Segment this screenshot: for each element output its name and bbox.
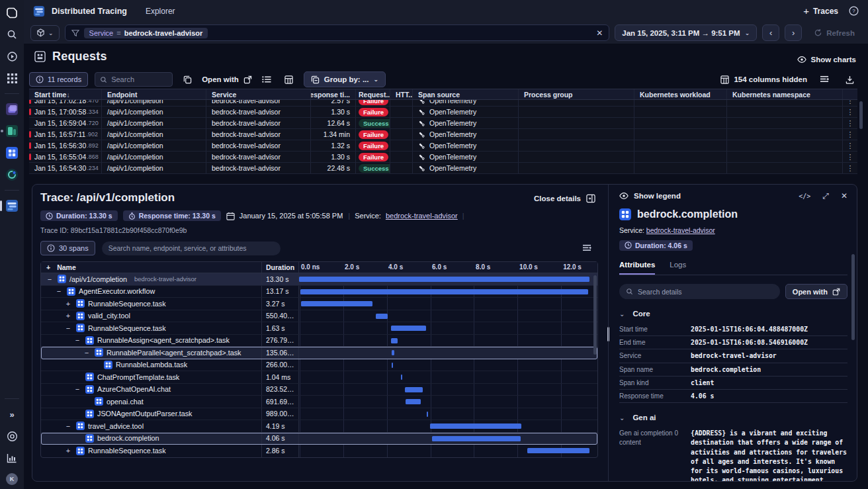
app-notebooks-icon[interactable] bbox=[5, 124, 19, 138]
getting-started-icon[interactable] bbox=[5, 50, 19, 63]
span-tree-row[interactable]: −RunnableSequence.task1.63 s bbox=[41, 322, 597, 335]
waterfall-bar[interactable] bbox=[405, 387, 423, 392]
requests-scrollbar[interactable] bbox=[859, 101, 863, 129]
expand-rail-icon[interactable]: » bbox=[5, 408, 19, 421]
open-with-button[interactable]: Open with bbox=[202, 75, 252, 84]
collapse-toggle[interactable]: − bbox=[54, 287, 64, 295]
span-tree-row[interactable]: +RunnableSequence.task2.86 s bbox=[41, 445, 597, 457]
table-view-icon[interactable] bbox=[281, 72, 297, 87]
collapse-toggle[interactable]: − bbox=[64, 422, 73, 430]
table-row[interactable]: Jan 15, 16:54:30.234/api/v1/completionbe… bbox=[29, 163, 857, 174]
waterfall-bar[interactable] bbox=[527, 448, 589, 453]
waterfall-scrollbar[interactable] bbox=[593, 275, 597, 355]
user-avatar[interactable]: K bbox=[6, 473, 18, 485]
row-actions-kebab[interactable]: ⋮ bbox=[843, 100, 857, 106]
collapse-toggle[interactable]: − bbox=[64, 324, 73, 332]
span-tree-row[interactable]: −/api/v1/completionbedrock-travel-adviso… bbox=[41, 273, 597, 286]
insights-chart-icon[interactable] bbox=[5, 451, 19, 465]
span-tree-row[interactable]: −RunnableParallel<agent_scratchpad>.task… bbox=[41, 347, 597, 359]
show-legend-button[interactable]: Show legend bbox=[619, 191, 681, 200]
copy-icon[interactable] bbox=[179, 72, 195, 87]
waterfall-bar[interactable] bbox=[391, 338, 397, 343]
waterfall-bar[interactable] bbox=[299, 277, 589, 282]
group-by-button[interactable]: Group by: ... ⌄ bbox=[304, 71, 386, 87]
column-header[interactable]: Start time ↓ bbox=[29, 89, 102, 99]
close-panel-icon[interactable]: ✕ bbox=[841, 191, 847, 200]
search-icon[interactable] bbox=[5, 28, 19, 41]
waterfall-bar[interactable] bbox=[406, 399, 421, 404]
expand-panel-icon[interactable]: ⤢ bbox=[822, 191, 829, 200]
dynatrace-logo-icon[interactable] bbox=[5, 6, 19, 19]
download-icon[interactable] bbox=[842, 72, 857, 87]
waterfall-bar[interactable] bbox=[301, 301, 372, 306]
row-actions-kebab[interactable]: ⋮ bbox=[843, 107, 857, 117]
table-row[interactable]: Jan 15, 16:57:11.902/api/v1/completionbe… bbox=[29, 129, 857, 140]
refresh-button[interactable]: Refresh bbox=[807, 24, 861, 41]
requests-search-input[interactable]: Search bbox=[95, 72, 173, 87]
span-columns-settings-icon[interactable] bbox=[582, 244, 591, 252]
row-actions-kebab[interactable]: ⋮ bbox=[843, 140, 857, 151]
spans-search-input[interactable]: Search name, endpoint, service, or attri… bbox=[102, 242, 281, 255]
span-tree-row[interactable]: JSONAgentOutputParser.task989.00… bbox=[41, 408, 597, 421]
records-count-badge[interactable]: 11 records bbox=[29, 72, 88, 87]
table-row[interactable]: Jan 15, 16:55:04.868/api/v1/completionbe… bbox=[29, 152, 857, 163]
apps-grid-icon[interactable] bbox=[5, 71, 19, 85]
timeframe-selector[interactable]: Jan 15, 2025, 3:11 PM → 9:51 PM ⌄ bbox=[615, 24, 757, 41]
app-clouds-icon[interactable] bbox=[5, 168, 19, 181]
details-open-with-button[interactable]: Open with bbox=[785, 284, 847, 299]
column-header[interactable]: Kubernetes workload bbox=[634, 89, 727, 99]
trace-service-link[interactable]: bedrock-travel-advisor bbox=[386, 212, 458, 220]
nav-explorer[interactable]: Explorer bbox=[146, 7, 175, 16]
column-header[interactable]: Endpoint bbox=[102, 89, 206, 99]
timeframe-next-button[interactable]: › bbox=[785, 24, 802, 41]
span-service-link[interactable]: bedrock-travel-advisor bbox=[646, 226, 715, 234]
section-header[interactable]: ⌄Core bbox=[619, 310, 847, 318]
span-tree-row[interactable]: +RunnableSequence.task3.27 s bbox=[41, 298, 597, 310]
scope-selector[interactable]: ⌄ bbox=[30, 25, 60, 41]
collapse-toggle[interactable]: − bbox=[82, 349, 91, 357]
columns-hidden-button[interactable]: 154 columns hidden bbox=[720, 75, 807, 84]
waterfall-bar[interactable] bbox=[391, 326, 427, 331]
app-services-icon[interactable] bbox=[5, 103, 19, 116]
span-tree-row[interactable]: bedrock.completion4.06 s bbox=[41, 433, 597, 445]
row-actions-kebab[interactable]: ⋮ bbox=[843, 152, 857, 162]
show-charts-button[interactable]: Show charts bbox=[797, 55, 856, 64]
table-row[interactable]: Jan 15, 16:59:04.720/api/v1/completionbe… bbox=[29, 118, 857, 129]
table-row[interactable]: Jan 15, 17:00:58.334/api/v1/completionbe… bbox=[29, 107, 857, 118]
tab-attributes[interactable]: Attributes bbox=[619, 261, 655, 275]
expand-toggle[interactable]: + bbox=[64, 300, 73, 308]
column-header[interactable]: Request... bbox=[356, 89, 390, 99]
row-actions-kebab[interactable]: ⋮ bbox=[843, 129, 857, 140]
collapse-toggle[interactable]: − bbox=[73, 385, 82, 393]
span-tree-row[interactable]: −AgentExecutor.workflow13.17 s bbox=[41, 286, 597, 298]
span-tree-row[interactable]: openai.chat691.69… bbox=[41, 396, 597, 408]
help-hub-icon[interactable] bbox=[5, 429, 19, 443]
table-row[interactable]: Jan 15, 16:56:30.892/api/v1/completionbe… bbox=[29, 140, 857, 152]
waterfall-bar[interactable] bbox=[401, 375, 402, 380]
span-tree-row[interactable]: −RunnableAssign<agent_scratchpad>.task27… bbox=[41, 335, 597, 347]
timeframe-prev-button[interactable]: ‹ bbox=[762, 24, 779, 41]
collapse-toggle[interactable]: − bbox=[73, 336, 82, 344]
app-dashboards-icon[interactable] bbox=[5, 146, 19, 159]
span-tree-row[interactable]: RunnableLambda.task266.00… bbox=[41, 359, 597, 372]
span-tree-row[interactable]: −travel_advice.tool4.19 s bbox=[41, 420, 597, 433]
details-scrollbar[interactable] bbox=[851, 254, 855, 340]
span-tree-row[interactable]: +valid_city.tool550.40… bbox=[41, 310, 597, 323]
waterfall-bar[interactable] bbox=[376, 314, 388, 319]
column-header[interactable]: Kubernetes namespace bbox=[727, 89, 843, 99]
column-header[interactable]: Service bbox=[206, 89, 311, 99]
add-traces-button[interactable]: + Traces bbox=[803, 5, 838, 17]
column-header[interactable]: Span source bbox=[413, 89, 519, 99]
row-settings-icon[interactable] bbox=[816, 72, 832, 87]
table-row[interactable]: Jan 15, 17:02:18.470/api/v1/completionbe… bbox=[29, 100, 857, 107]
details-search-input[interactable]: Search details bbox=[619, 284, 780, 299]
waterfall-bar[interactable] bbox=[392, 350, 395, 355]
section-header[interactable]: ⌄Gen ai bbox=[619, 414, 847, 422]
column-header[interactable]: HTT... bbox=[390, 89, 413, 99]
expand-toggle[interactable]: + bbox=[64, 312, 73, 320]
waterfall-bar[interactable] bbox=[392, 363, 393, 368]
waterfall-bar[interactable] bbox=[300, 289, 588, 294]
expand-toggle[interactable]: + bbox=[64, 447, 73, 455]
column-header[interactable]: Process group bbox=[519, 89, 634, 99]
collapse-toggle[interactable]: − bbox=[45, 275, 54, 283]
